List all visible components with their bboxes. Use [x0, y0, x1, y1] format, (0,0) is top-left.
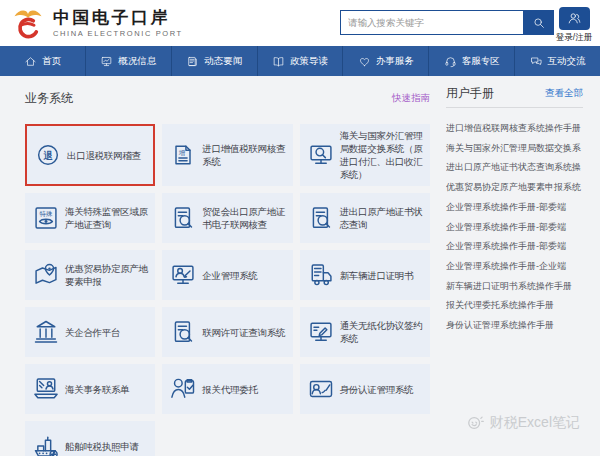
card-paperless-agreement-signing[interactable]: 通关无纸化协议签约系统	[300, 307, 430, 357]
user-icon	[567, 11, 582, 26]
laptop-person-icon	[32, 375, 60, 403]
card-customs-affairs-contact[interactable]: 海关事务联系单	[25, 364, 155, 414]
watermark-text: 财税Excel笔记	[490, 414, 580, 432]
search-input[interactable]	[340, 10, 523, 35]
nav-label: 客服专区	[462, 55, 500, 68]
nav-item-home[interactable]: 首页	[0, 46, 86, 76]
card-preferential-trade-origin-declare[interactable]: 优惠贸易协定原产地要素申报	[25, 250, 155, 300]
user-manual-title: 用户手册	[446, 85, 494, 102]
manual-link[interactable]: 优惠贸易协定原产地要素申报系统	[446, 178, 583, 198]
card-license-query-system[interactable]: 联网许可证查询系统	[162, 307, 292, 357]
headset-icon	[444, 55, 457, 68]
home-icon	[24, 55, 37, 68]
monitor-signature-icon	[307, 318, 335, 346]
business-card-grid: 出口退税联网稽查 进口增值税联网核查系统 海关与国家外汇管理局数据交换系统（原进…	[25, 124, 430, 456]
user-area: 登录/注册	[555, 7, 593, 44]
site-logo: 中国电子口岸 CHINA ELECTRONIC PORT	[10, 5, 183, 41]
card-customs-safe-data-exchange[interactable]: 海关与国家外汇管理局数据交换系统（原进口付汇、出口收汇系统）	[300, 124, 430, 186]
nav-label: 政策导读	[290, 55, 328, 68]
heart-icon	[358, 55, 371, 68]
card-enterprise-management[interactable]: 企业管理系统	[162, 250, 292, 300]
main-nav: 首页 概况信息 动态要闻 政策导读 办事服务 客服专区 互动交流	[0, 46, 600, 76]
logo-text: 中国电子口岸 CHINA ELECTRONIC PORT	[53, 8, 183, 38]
building-icon	[32, 318, 60, 346]
nav-item-news[interactable]: 动态要闻	[172, 46, 258, 76]
nav-item-services[interactable]: 办事服务	[343, 46, 429, 76]
search-icon	[532, 16, 546, 30]
manual-link[interactable]: 企业管理系统操作手册-企业端	[446, 257, 583, 277]
search-button[interactable]	[523, 10, 554, 35]
card-identity-auth-management[interactable]: 身份认证管理系统	[300, 364, 430, 414]
business-systems-title: 业务系统	[25, 90, 73, 107]
chat-bubbles-icon	[530, 55, 543, 68]
quick-guide-link[interactable]: 快速指南	[392, 92, 430, 105]
main-content: 业务系统 快速指南 出口退税联网稽查 进口增值税联网核查系统 海关与国家外汇管理…	[0, 76, 600, 456]
manual-link[interactable]: 进口增值税联网核查系统操作手册	[446, 119, 583, 139]
nav-item-policy[interactable]: 政策导读	[258, 46, 344, 76]
manual-link[interactable]: 企业管理系统操作手册-部委端	[446, 237, 583, 257]
card-ship-tonnage-tax[interactable]: 船舶吨税执照申请	[25, 421, 155, 456]
watermark: 财税Excel笔记	[465, 413, 580, 433]
nav-label: 互动交流	[548, 55, 586, 68]
document-search-icon	[169, 204, 197, 232]
id-card-icon	[307, 375, 335, 403]
monitor-search-icon	[307, 141, 335, 169]
nav-item-interaction[interactable]: 互动交流	[515, 46, 600, 76]
special-eye-icon	[32, 204, 60, 232]
top-header: 中国电子口岸 CHINA ELECTRONIC PORT 登录/注册	[0, 0, 600, 46]
business-systems-section: 业务系统 快速指南 出口退税联网稽查 进口增值税联网核查系统 海关与国家外汇管理…	[25, 88, 430, 456]
manual-link[interactable]: 企业管理系统操作手册-部委端	[446, 198, 583, 218]
monitor-person-icon	[169, 261, 197, 289]
manual-link[interactable]: 身份认证管理系统操作手册	[446, 316, 583, 336]
document-search-icon	[307, 204, 335, 232]
card-import-vat-check[interactable]: 进口增值税联网核查系统	[162, 124, 292, 186]
smiley-chat-icon	[465, 413, 485, 433]
vat-document-icon	[169, 141, 197, 169]
nav-label: 动态要闻	[204, 55, 242, 68]
site-subtitle: CHINA ELECTRONIC PORT	[53, 29, 183, 38]
truck-list-icon	[307, 261, 335, 289]
card-ccpit-origin-cert-check[interactable]: 贸促会出口原产地证书电子联网核查	[162, 193, 292, 243]
user-manual-section: 用户手册 查看全部 进口增值税联网核查系统操作手册 海关与国家外汇管理局数据交换…	[446, 88, 583, 456]
manual-link[interactable]: 海关与国家外汇管理局数据交换系	[446, 139, 583, 159]
nav-item-support[interactable]: 客服专区	[429, 46, 515, 76]
card-special-zone-origin-cert-query[interactable]: 海关特殊监管区域原产地证查询	[25, 193, 155, 243]
manual-link[interactable]: 新车辆进口证明书系统操作手册	[446, 277, 583, 297]
card-export-tax-refund[interactable]: 出口退税联网稽查	[25, 124, 155, 186]
view-all-link[interactable]: 查看全部	[545, 87, 583, 100]
user-manual-header: 用户手册 查看全部	[446, 88, 583, 108]
card-origin-cert-status-query[interactable]: 进出口原产地证书状态查询	[300, 193, 430, 243]
search-box	[340, 10, 554, 35]
manual-link[interactable]: 进出口原产地证书状态查询系统操	[446, 158, 583, 178]
news-icon	[186, 55, 199, 68]
manual-link[interactable]: 企业管理系统操作手册-部委端	[446, 218, 583, 238]
manual-link[interactable]: 报关代理委托系统操作手册	[446, 296, 583, 316]
document-search-icon	[169, 318, 197, 346]
ship-icon	[32, 432, 60, 456]
login-register-link[interactable]: 登录/注册	[555, 32, 593, 44]
user-account-button[interactable]	[559, 7, 590, 30]
card-customs-enterprise-platform[interactable]: 关企合作平台	[25, 307, 155, 357]
card-customs-declaration-agency[interactable]: 报关代理委托	[162, 364, 292, 414]
person-clipboard-icon	[169, 375, 197, 403]
nav-label: 办事服务	[376, 55, 414, 68]
overview-board-icon	[100, 55, 113, 68]
site-title: 中国电子口岸	[53, 8, 183, 27]
card-new-vehicle-import-cert[interactable]: 新车辆进口证明书	[300, 250, 430, 300]
open-book-icon	[272, 55, 285, 68]
map-pin-icon	[32, 261, 60, 289]
nav-label: 概况信息	[118, 55, 156, 68]
nav-item-overview[interactable]: 概况信息	[86, 46, 172, 76]
eport-emblem-icon	[10, 5, 46, 41]
nav-label: 首页	[42, 55, 61, 68]
business-section-header: 业务系统 快速指南	[25, 88, 430, 108]
refund-circle-icon	[34, 141, 62, 169]
user-manual-list: 进口增值税联网核查系统操作手册 海关与国家外汇管理局数据交换系 进出口原产地证书…	[446, 108, 583, 336]
